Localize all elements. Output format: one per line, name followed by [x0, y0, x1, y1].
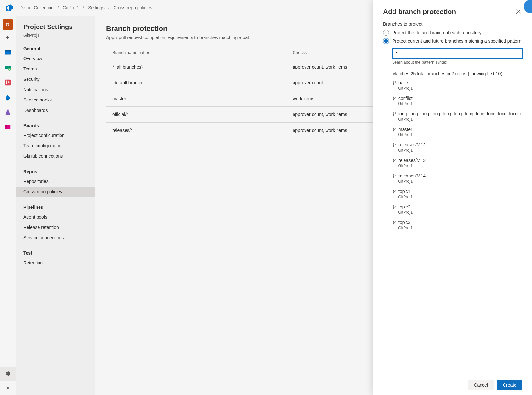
nav-overview[interactable]: Overview — [16, 53, 95, 64]
left-rail: G + — [0, 16, 16, 395]
close-button[interactable] — [515, 8, 522, 16]
branch-repo: GitProj1 — [398, 195, 522, 199]
section-boards: Boards — [16, 121, 95, 130]
branch-name: topic2 — [398, 204, 410, 209]
branch-match-item[interactable]: topic1GitProj1 — [392, 186, 522, 202]
nav-dashboards[interactable]: Dashboards — [16, 105, 95, 115]
test-plans-icon[interactable] — [3, 107, 13, 117]
branch-match-item[interactable]: releases/M12GitProj1 — [392, 140, 522, 155]
section-general: General — [16, 44, 95, 53]
breadcrumb-item[interactable]: Settings — [88, 5, 105, 10]
boards-icon[interactable] — [3, 62, 13, 73]
section-repos: Repos — [16, 166, 95, 176]
branch-match-item[interactable]: conflictGitProj1 — [392, 93, 522, 109]
branch-pattern-input[interactable] — [392, 48, 522, 58]
overview-icon[interactable] — [3, 48, 13, 58]
nav-teams[interactable]: Teams — [16, 64, 95, 74]
artifacts-icon[interactable] — [3, 122, 13, 132]
branch-repo: GitProj1 — [398, 210, 522, 215]
nav-project-config[interactable]: Project configuration — [16, 130, 95, 141]
branch-repo: GitProj1 — [398, 101, 522, 106]
section-pipelines: Pipelines — [16, 202, 95, 212]
radio-default-branch[interactable] — [383, 30, 389, 36]
match-summary: Matches 25 total branches in 2 repos (sh… — [392, 71, 522, 76]
nav-release-retention[interactable]: Release retention — [16, 222, 95, 232]
nav-github-connections[interactable]: GitHub connections — [16, 151, 95, 161]
branch-name: conflict — [398, 96, 413, 101]
branches-to-protect-label: Branches to protect — [383, 21, 522, 27]
cell-pattern: official/* — [106, 107, 287, 123]
branch-match-item[interactable]: baseGitProj1 — [392, 78, 522, 93]
branch-icon — [392, 127, 396, 132]
branch-match-item[interactable]: releases/M13GitProj1 — [392, 155, 522, 171]
cancel-button[interactable]: Cancel — [468, 380, 494, 390]
branch-name: releases/M14 — [398, 173, 426, 178]
nav-service-connections[interactable]: Service connections — [16, 232, 95, 243]
branch-repo: GitProj1 — [398, 179, 522, 184]
svg-point-7 — [8, 82, 9, 83]
radio-pattern[interactable] — [383, 38, 389, 44]
nav-agent-pools[interactable]: Agent pools — [16, 212, 95, 222]
branch-name: releases/M13 — [398, 158, 426, 163]
settings-icon[interactable] — [0, 367, 16, 381]
nav-security[interactable]: Security — [16, 74, 95, 84]
branch-repo: GitProj1 — [398, 226, 522, 230]
svg-point-5 — [6, 81, 7, 82]
expand-rail-icon[interactable] — [0, 381, 16, 395]
add-icon[interactable]: + — [6, 34, 10, 42]
nav-retention[interactable]: Retention — [16, 258, 95, 268]
pipelines-icon[interactable] — [3, 92, 13, 102]
branch-repo: GitProj1 — [398, 133, 522, 137]
branch-icon — [392, 143, 396, 147]
svg-rect-4 — [5, 80, 10, 85]
breadcrumb-item[interactable]: GitProj1 — [63, 5, 79, 10]
branch-repo: GitProj1 — [398, 86, 522, 91]
branch-icon — [392, 174, 396, 178]
nav-notifications[interactable]: Notifications — [16, 84, 95, 95]
breadcrumb-sep: / — [83, 5, 84, 10]
azure-devops-logo-icon[interactable] — [4, 3, 14, 13]
branch-name: topic1 — [398, 189, 410, 194]
close-icon — [516, 9, 521, 14]
branch-match-item[interactable]: topic2GitProj1 — [392, 202, 522, 217]
branch-match-item[interactable]: releases/M14GitProj1 — [392, 171, 522, 186]
branch-icon — [392, 158, 396, 163]
branch-match-item[interactable]: long_long_long_long_long_long_long_long_… — [392, 109, 522, 124]
branch-name: releases/M12 — [398, 142, 426, 147]
panel-title: Add branch protection — [383, 8, 456, 16]
breadcrumb-item[interactable]: DefaultCollection — [19, 5, 54, 10]
cell-pattern: * (all branches) — [106, 59, 287, 75]
branch-match-item[interactable]: topic3GitProj1 — [392, 217, 522, 233]
settings-sidebar: Project Settings GitProj1 General Overvi… — [16, 16, 95, 395]
nav-repositories[interactable]: Repositories — [16, 176, 95, 187]
breadcrumb-item[interactable]: Cross-repo policies — [114, 5, 152, 10]
section-test: Test — [16, 248, 95, 258]
add-branch-protection-panel: Add branch protection Branches to protec… — [373, 0, 532, 395]
radio-pattern-label: Protect current and future branches matc… — [392, 38, 521, 44]
nav-service-hooks[interactable]: Service hooks — [16, 95, 95, 105]
breadcrumb-sep: / — [58, 5, 59, 10]
svg-rect-8 — [7, 99, 8, 101]
branch-icon — [392, 96, 396, 101]
pattern-syntax-link[interactable]: Learn about the pattern syntax — [392, 60, 522, 65]
branch-icon — [392, 81, 396, 85]
col-pattern[interactable]: Branch name pattern — [106, 46, 287, 59]
branch-repo: GitProj1 — [398, 148, 522, 153]
nav-cross-repo-policies[interactable]: Cross-repo policies — [16, 187, 95, 197]
branch-icon — [392, 205, 396, 209]
branch-match-item[interactable]: masterGitProj1 — [392, 124, 522, 140]
svg-rect-1 — [5, 50, 10, 52]
nav-team-config[interactable]: Team configuration — [16, 141, 95, 151]
branch-name: topic3 — [398, 220, 410, 225]
branch-name: master — [398, 127, 412, 132]
branch-icon — [392, 189, 396, 194]
create-button[interactable]: Create — [497, 380, 522, 390]
svg-rect-10 — [5, 125, 7, 127]
settings-project: GitProj1 — [16, 33, 95, 44]
branch-name: long_long_long_long_long_long_long_long_… — [398, 111, 522, 116]
branch-repo: GitProj1 — [398, 164, 522, 168]
branch-repo: GitProj1 — [398, 117, 522, 122]
radio-default-branch-label: Protect the default branch of each repos… — [392, 30, 482, 35]
repos-icon[interactable] — [3, 77, 13, 88]
project-badge[interactable]: G — [3, 19, 13, 30]
